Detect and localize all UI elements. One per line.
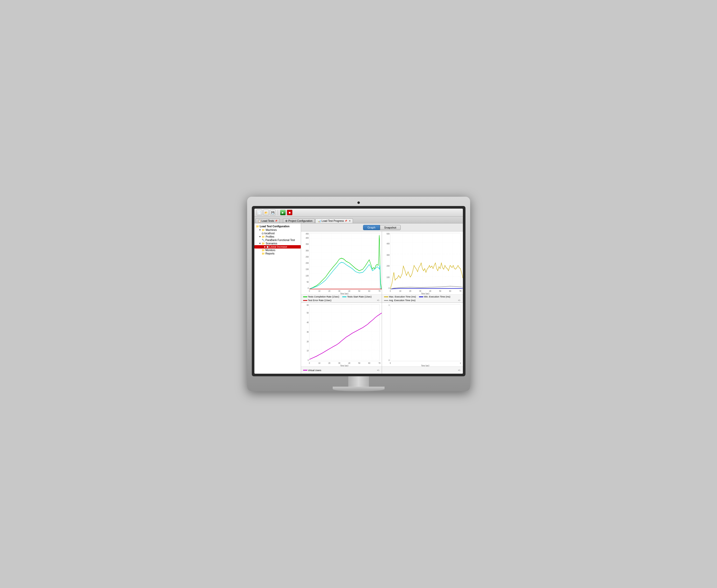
legend-virtual-users: Virtual Users [303, 369, 321, 372]
legend-completion-rate: Tests Completion Rate (1/sec) [303, 295, 340, 298]
load-test-progress-tab[interactable]: 📊 Load Test Progress 📌 × [315, 218, 353, 223]
expand-arrow: ▼ [259, 229, 261, 231]
max-exec-color [384, 296, 388, 297]
error-rate-color [303, 300, 307, 301]
svg-text:50: 50 [439, 290, 442, 292]
sidebar-root-label: Load Test Configuration [260, 225, 290, 228]
min-exec-label: Min. Execution Time (ms) [424, 295, 450, 298]
svg-text:40: 40 [348, 290, 350, 292]
pin-icon: 📌 [275, 220, 278, 222]
svg-text:10: 10 [318, 290, 320, 292]
chart-execution-time-area: 0 100 200 300 400 500 0 10 20 [382, 231, 463, 294]
sidebar-item-profiles[interactable]: ▼ 📁 Profiles [254, 235, 301, 238]
chart-execution-time: 0 100 200 300 400 500 0 10 20 [382, 231, 463, 302]
scenario-dot [267, 246, 269, 248]
chart-empty: 0 1 0 1 Time (sec) +/- [382, 303, 463, 374]
svg-rect-39 [309, 304, 380, 361]
sidebar-item-linear-increase[interactable]: ▶ Linear Increase [254, 245, 301, 249]
view-toggle: Graph Snapshot [301, 224, 463, 231]
svg-text:60: 60 [368, 290, 370, 292]
svg-text:10: 10 [318, 362, 320, 364]
svg-text:0: 0 [388, 287, 389, 290]
completion-rate-label: Tests Completion Rate (1/sec) [308, 295, 340, 298]
open-button[interactable]: 📂 [263, 210, 269, 215]
stop-button[interactable]: ⏹ [287, 210, 292, 215]
virtual-users-toggle[interactable]: +/- [377, 369, 380, 372]
chart-virtual-users-svg: 0 10 20 30 40 50 60 0 10 [301, 303, 382, 366]
sidebar: 📁 Load Test Configuration ▼ 📁 Machines l… [254, 224, 301, 374]
sidebar-item-localhost[interactable]: localhost [254, 232, 301, 235]
monitor-screen: 📄 📂 💾 ▶ ⏹ 📋 Load Tests 📌 ⚙ Project Confi… [252, 206, 466, 376]
localhost-dot [262, 232, 264, 234]
svg-text:300: 300 [306, 249, 309, 252]
svg-text:450: 450 [306, 232, 309, 235]
empty-chart-toggle[interactable]: +/- [458, 369, 461, 372]
linear-increase-label: Linear Increase [269, 246, 287, 248]
chart-empty-area: 0 1 0 1 Time (sec) [382, 303, 463, 366]
load-tests-icon: 📋 [258, 219, 261, 222]
monitor-stand-base [333, 387, 385, 391]
svg-text:40: 40 [307, 321, 309, 324]
svg-text:40: 40 [429, 290, 431, 292]
close-tab-button[interactable]: × [349, 219, 351, 222]
left-panel-tab[interactable]: 📋 Load Tests 📌 [255, 218, 280, 223]
project-config-label: Project Configuration [288, 219, 312, 222]
svg-text:1: 1 [460, 362, 461, 364]
start-rate-color [342, 296, 346, 297]
svg-text:400: 400 [306, 237, 309, 239]
svg-text:100: 100 [387, 276, 390, 278]
graph-button[interactable]: Graph [363, 225, 380, 230]
sidebar-item-reports[interactable]: 📁 Reports [254, 252, 301, 255]
svg-rect-56 [390, 304, 460, 361]
localhost-label: localhost [265, 232, 274, 235]
tests-rate-toggle[interactable]: +/- [377, 299, 380, 302]
progress-icon: 📊 [317, 219, 321, 222]
chart-execution-time-legend: Max. Execution Time (ms) Min. Execution … [382, 294, 463, 302]
svg-text:Time (sec): Time (sec) [340, 364, 348, 366]
execution-time-toggle[interactable]: +/- [458, 299, 461, 302]
monitor: 📄 📂 💾 ▶ ⏹ 📋 Load Tests 📌 ⚙ Project Confi… [247, 197, 470, 391]
svg-text:70: 70 [378, 362, 381, 364]
left-panel-label: Load Tests [262, 219, 274, 222]
avg-exec-color [384, 300, 388, 301]
svg-text:0: 0 [390, 362, 391, 364]
svg-text:200: 200 [387, 265, 390, 267]
svg-text:Time (sec): Time (sec) [421, 364, 429, 366]
chart-virtual-users-legend: Virtual Users +/- [301, 366, 382, 374]
sidebar-item-monitors[interactable]: 📁 Monitors [254, 249, 301, 252]
reports-label: Reports [266, 252, 274, 255]
svg-text:0: 0 [309, 290, 310, 292]
start-button[interactable]: ▶ [280, 210, 286, 215]
svg-text:30: 30 [338, 290, 340, 292]
svg-text:0: 0 [309, 362, 310, 364]
sidebar-item-scenarios[interactable]: ▼ 📁 Scenarios [254, 242, 301, 245]
new-button[interactable]: 📄 [257, 210, 262, 215]
svg-text:0: 0 [388, 359, 389, 361]
legend-min-exec: Min. Execution Time (ms) [419, 295, 450, 298]
toolbar: 📄 📂 💾 ▶ ⏹ [254, 209, 463, 217]
reports-folder-icon: 📁 [262, 252, 265, 255]
svg-text:60: 60 [449, 290, 451, 292]
sidebar-item-machines[interactable]: ▼ 📁 Machines [254, 228, 301, 232]
svg-text:500: 500 [387, 232, 390, 235]
svg-text:100: 100 [306, 274, 309, 277]
monitors-folder-icon: 📁 [262, 249, 265, 252]
sidebar-item-parabank[interactable]: 🔧 ParaBank Functional Test [254, 238, 301, 242]
svg-rect-1 [309, 233, 380, 289]
svg-text:60: 60 [368, 362, 370, 364]
virtual-users-label: Virtual Users [308, 369, 321, 372]
svg-text:250: 250 [306, 255, 309, 258]
save-button[interactable]: 💾 [270, 210, 275, 215]
svg-text:50: 50 [358, 290, 360, 292]
project-config-tab[interactable]: ⚙ Project Configuration [283, 218, 315, 223]
profile-icon: 🔧 [262, 239, 265, 241]
svg-text:300: 300 [387, 254, 390, 256]
svg-text:20: 20 [328, 290, 330, 292]
expand-arrow-scenarios: ▼ [259, 242, 261, 245]
svg-text:Time (sec): Time (sec) [421, 292, 429, 294]
svg-text:10: 10 [307, 349, 309, 352]
snapshot-button[interactable]: Snapshot [380, 225, 401, 230]
scenarios-folder-icon: 📁 [262, 242, 265, 245]
max-exec-label: Max. Execution Time (ms) [389, 295, 416, 298]
project-config-icon: ⚙ [285, 219, 288, 222]
